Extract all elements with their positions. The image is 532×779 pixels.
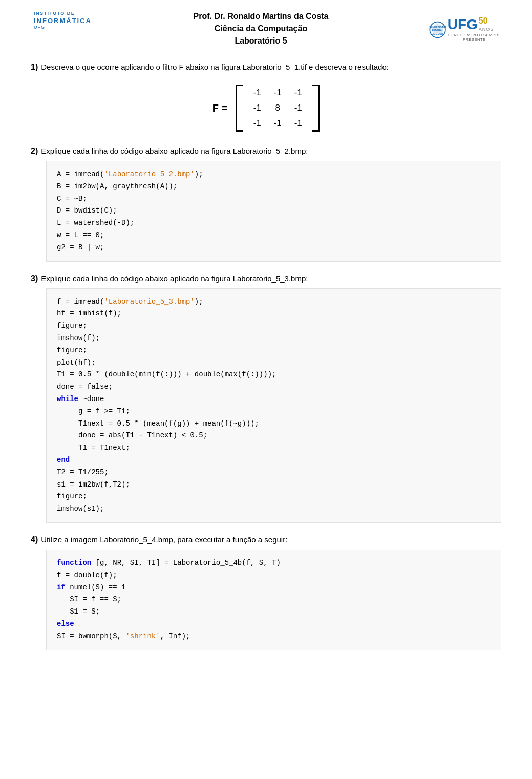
section-1: 1) Descreva o que ocorre aplicando o fil… (31, 62, 501, 134)
matrix-cell-12: -1 (294, 103, 302, 113)
matrix-bracket-left (236, 85, 243, 132)
code-block-2: A = imread('Laboratorio_5_2.bmp'); B = i… (46, 161, 501, 262)
svg-text:UNIVERSIDADE: UNIVERSIDADE (429, 26, 446, 29)
section-2-title: 2) Explique cada linha do código abaixo … (31, 146, 501, 156)
logo-text-block: INSTITUTO DE INFORMÁTICA UFG (34, 11, 92, 30)
logo-informatica: INFORMÁTICA (34, 17, 92, 25)
string-shrink: 'shrink' (125, 632, 160, 640)
ufg-anos: ANOS (479, 27, 494, 32)
header: INSTITUTO DE INFORMÁTICA UFG Prof. Dr. R… (31, 10, 501, 47)
kw-function: function (57, 559, 91, 567)
matrix-cell-00: -1 (253, 88, 261, 98)
logo-right: UNIVERSIDADE FEDERAL DE GOIÁS UFG 50 ANO… (440, 15, 501, 41)
lab-title: Laboratório 5 (193, 35, 328, 47)
logo-ufg-small: UFG (34, 25, 92, 30)
section-4-title: 4) Utilize a imagem Laboratorio_5_4.bmp,… (31, 535, 501, 544)
section-1-title: 1) Descreva o que ocorre aplicando o fil… (31, 62, 501, 72)
string-lab53: 'Laboratorio_5_3.bmp' (104, 298, 194, 306)
ufg-text: UFG (448, 17, 478, 32)
q2-number: 2) (31, 146, 38, 156)
matrix-label: F = (212, 102, 227, 114)
professor-name: Prof. Dr. Ronaldo Martins da Costa (193, 10, 328, 23)
q3-text: Explique cada linha do código abaixo apl… (41, 274, 308, 283)
course-name: Ciência da Computação (193, 23, 328, 35)
q3-number: 3) (31, 274, 38, 283)
ufg-tagline: CONHECIMENTO SEMPRE PRESENTE (448, 33, 501, 42)
matrix-values: -1 -1 -1 -1 8 -1 -1 -1 -1 (243, 82, 312, 134)
section-3: 3) Explique cada linha do código abaixo … (31, 274, 501, 523)
ufg-circle-logo: UNIVERSIDADE FEDERAL DE GOIÁS (429, 17, 446, 42)
q1-number: 1) (31, 62, 38, 72)
section-2: 2) Explique cada linha do código abaixo … (31, 146, 501, 262)
header-center: Prof. Dr. Ronaldo Martins da Costa Ciênc… (193, 10, 328, 47)
matrix-cell-01: -1 (274, 88, 282, 98)
matrix-cell-20: -1 (253, 118, 261, 129)
matrix-bracket-right (312, 85, 320, 132)
logo-left: INSTITUTO DE INFORMÁTICA UFG (31, 11, 82, 47)
logo-instituto: INSTITUTO DE (34, 11, 92, 17)
matrix-cell-02: -1 (294, 88, 302, 98)
matrix-cell-22: -1 (294, 118, 302, 129)
kw-else: else (57, 620, 74, 628)
code-block-4: function [g, NR, SI, TI] = Laboratorio_5… (46, 550, 501, 650)
svg-text:DE GOIÁS: DE GOIÁS (432, 32, 444, 35)
matrix-cell-10: -1 (253, 103, 261, 113)
q2-text: Explique cada linha do código abaixo apl… (41, 146, 308, 155)
svg-text:FEDERAL: FEDERAL (432, 29, 444, 32)
section-4: 4) Utilize a imagem Laboratorio_5_4.bmp,… (31, 535, 501, 650)
kw-while: while (57, 395, 78, 403)
code-block-3: f = imread('Laboratorio_5_3.bmp'); hf = … (46, 288, 501, 523)
page: INSTITUTO DE INFORMÁTICA UFG Prof. Dr. R… (0, 0, 532, 779)
q1-text: Descreva o que ocorre aplicando o filtro… (41, 62, 389, 71)
section-3-title: 3) Explique cada linha do código abaixo … (31, 274, 501, 283)
ufg-50-years: 50 (479, 15, 488, 27)
matrix-container: F = -1 -1 -1 -1 8 -1 -1 -1 -1 (31, 82, 501, 134)
kw-if: if (57, 583, 66, 592)
q4-text: Utilize a imagem Laboratorio_5_4.bmp, pa… (41, 535, 287, 544)
matrix-cell-11: 8 (275, 103, 280, 113)
q4-number: 4) (31, 535, 38, 544)
kw-end-3: end (57, 456, 70, 464)
string-lab52: 'Laboratorio_5_2.bmp' (104, 170, 194, 178)
matrix-cell-21: -1 (274, 118, 282, 129)
